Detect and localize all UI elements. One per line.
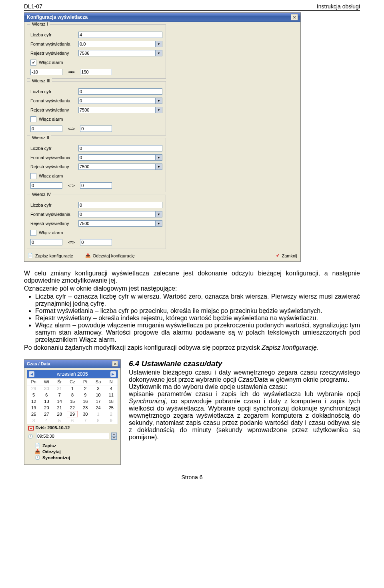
next-month-button[interactable]: ▶	[110, 371, 116, 377]
format-label: Format wyświetlania	[30, 42, 78, 46]
day-header: So	[92, 379, 104, 385]
calendar-day[interactable]: 30	[79, 411, 92, 417]
calendar-day[interactable]: 8	[66, 392, 79, 398]
close-button[interactable]: Zamknij	[276, 253, 297, 258]
calendar-day[interactable]: 10	[92, 392, 104, 398]
alarm-checkbox[interactable]: ✔	[30, 60, 36, 66]
rejestr-combo[interactable]: ▼	[78, 163, 162, 170]
calendar-day[interactable]: 7	[53, 392, 66, 398]
alarm-min-input[interactable]	[30, 182, 62, 189]
calendar-day[interactable]: 6	[40, 392, 53, 398]
chevron-down-icon: ▼	[156, 211, 162, 217]
today-icon	[28, 425, 34, 430]
alarm-label: Włącz alarm	[39, 173, 63, 178]
liczba-input[interactable]	[78, 145, 162, 151]
calendar-day[interactable]: 22	[66, 405, 79, 411]
calendar-day[interactable]: 17	[92, 398, 104, 405]
page-number: Strona 6	[0, 473, 384, 488]
bullet-item: Włącz alarm – powoduje włączenie mrugani…	[35, 322, 360, 343]
calendar-day[interactable]: 27	[40, 411, 53, 417]
liczba-label: Liczba cyfr	[30, 89, 78, 94]
calendar-day[interactable]: 20	[40, 405, 53, 411]
calendar-day[interactable]: 26	[27, 411, 40, 417]
alarm-min-input[interactable]	[30, 239, 62, 245]
calendar-day[interactable]: 9	[79, 392, 92, 398]
chevron-down-icon: ▼	[156, 154, 162, 161]
calendar-day[interactable]: 2	[105, 411, 118, 417]
format-combo[interactable]: ▼	[78, 41, 162, 47]
section-heading: 6.4 Ustawianie czasu/daty	[129, 359, 360, 368]
format-combo[interactable]: ▼	[78, 98, 162, 104]
alarm-label: Włącz alarm	[39, 117, 63, 122]
calendar-day[interactable]: 4	[105, 385, 118, 392]
calendar-day[interactable]: 24	[92, 405, 104, 411]
rejestr-combo[interactable]: ▼	[78, 220, 162, 227]
calendar-day[interactable]: 25	[105, 405, 118, 411]
calendar-day[interactable]: 28	[53, 411, 66, 417]
calendar-day[interactable]: 15	[66, 398, 79, 405]
save-config-button[interactable]: Zapisz konfigurację	[28, 253, 73, 258]
calendar-day[interactable]: 2	[79, 385, 92, 392]
calendar-day[interactable]: 1	[66, 385, 79, 392]
alarm-max-input[interactable]	[80, 126, 112, 132]
calendar-day[interactable]: 11	[105, 392, 118, 398]
datetime-title: Czas / Data	[27, 361, 50, 366]
format-combo[interactable]: ▼	[78, 154, 162, 161]
paragraph: Po dokonaniu żądanych modyfikacji zapis …	[24, 344, 360, 351]
read-icon	[35, 449, 40, 454]
calendar-day[interactable]: 3	[92, 385, 104, 392]
alarm-min-input[interactable]	[30, 126, 62, 132]
header-left: DL1-07	[24, 3, 42, 10]
calendar-day[interactable]: 18	[105, 398, 118, 405]
calendar-day[interactable]: 1	[92, 411, 104, 417]
time-spinner[interactable]: ▲▼	[111, 433, 117, 440]
clock-icon	[28, 434, 34, 439]
read-time-button[interactable]: Odczytaj	[35, 449, 110, 454]
calendar-day[interactable]: 4	[40, 417, 53, 424]
read-config-button[interactable]: Odczytaj konfigurację	[85, 253, 135, 258]
calendar-day[interactable]: 6	[66, 417, 79, 424]
calendar-day[interactable]: 21	[53, 405, 66, 411]
calendar-day[interactable]: 9	[105, 417, 118, 424]
alarm-checkbox[interactable]	[30, 230, 36, 236]
range-arrows: <=>	[68, 240, 74, 245]
alarm-min-input[interactable]	[30, 69, 62, 75]
calendar-day[interactable]: 3	[27, 417, 40, 424]
alarm-checkbox[interactable]	[30, 116, 36, 122]
liczba-input[interactable]	[78, 88, 162, 95]
sync-button[interactable]: Synchronizuj	[35, 455, 110, 460]
calendar-day[interactable]: 29	[27, 385, 40, 392]
chevron-down-icon: ▼	[156, 220, 162, 227]
calendar-day[interactable]: 30	[40, 385, 53, 392]
alarm-max-input[interactable]	[80, 69, 112, 75]
calendar-day[interactable]: 23	[79, 405, 92, 411]
calendar-day[interactable]: 14	[53, 398, 66, 405]
prev-month-button[interactable]: ◀	[29, 371, 34, 377]
calendar-day[interactable]: 5	[53, 417, 66, 424]
close-icon[interactable]: ✕	[112, 361, 118, 367]
calendar-day[interactable]: 8	[92, 417, 104, 424]
calendar-day[interactable]: 5	[27, 392, 40, 398]
calendar-day[interactable]: 7	[79, 417, 92, 424]
calendar-day[interactable]: 16	[79, 398, 92, 405]
calendar-day[interactable]: 12	[27, 398, 40, 405]
save-time-button[interactable]: Zapisz	[35, 443, 110, 448]
alarm-max-input[interactable]	[80, 182, 112, 189]
datetime-titlebar: Czas / Data ✕	[24, 360, 120, 368]
calendar-day[interactable]: 29	[66, 411, 79, 417]
calendar-day[interactable]: 19	[27, 405, 40, 411]
liczba-input[interactable]	[78, 202, 162, 208]
group-title: Wiersz IV	[30, 192, 52, 197]
rejestr-combo[interactable]: ▼	[78, 50, 162, 56]
close-icon[interactable]: ✕	[291, 14, 298, 20]
time-input[interactable]	[36, 433, 109, 439]
liczba-input[interactable]	[78, 32, 162, 38]
alarm-max-input[interactable]	[80, 239, 112, 245]
calendar-day[interactable]: 31	[53, 385, 66, 392]
rejestr-combo[interactable]: ▼	[78, 107, 162, 113]
liczba-label: Liczba cyfr	[30, 203, 78, 207]
format-combo[interactable]: ▼	[78, 211, 162, 217]
day-header: Cz	[66, 379, 79, 385]
calendar-day[interactable]: 13	[40, 398, 53, 405]
alarm-checkbox[interactable]	[30, 173, 36, 179]
